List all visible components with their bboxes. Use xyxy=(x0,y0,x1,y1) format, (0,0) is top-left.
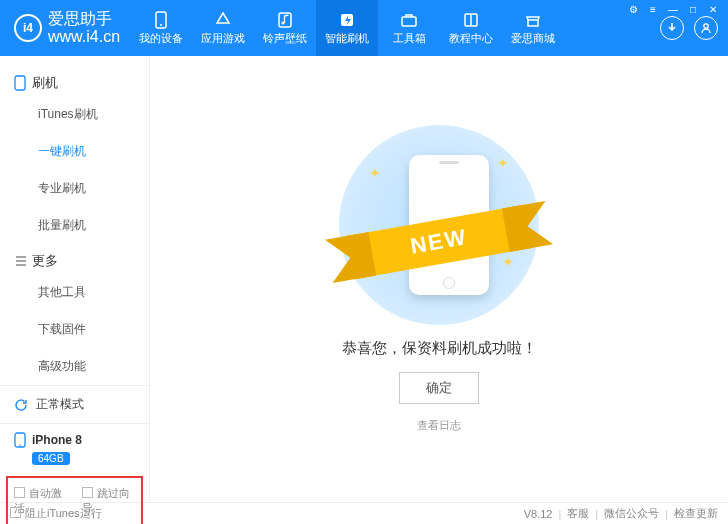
sidebar-group: 刷机 xyxy=(0,66,149,96)
device-name: iPhone 8 xyxy=(32,433,82,447)
store-icon xyxy=(524,11,542,29)
svg-point-1 xyxy=(160,24,162,26)
phone-icon xyxy=(14,432,26,448)
view-log-link[interactable]: 查看日志 xyxy=(417,418,461,433)
book-icon xyxy=(462,11,480,29)
nav-label: 我的设备 xyxy=(139,31,183,46)
wechat-link[interactable]: 微信公众号 xyxy=(604,506,659,521)
sidebar-item[interactable]: 下载固件 xyxy=(0,311,149,348)
support-link[interactable]: 客服 xyxy=(567,506,589,521)
logo-icon: i4 xyxy=(14,14,42,42)
sidebar-item[interactable]: iTunes刷机 xyxy=(0,96,149,133)
nav-label: 智能刷机 xyxy=(325,31,369,46)
user-icon[interactable] xyxy=(694,16,718,40)
minimize-icon[interactable]: ― xyxy=(666,2,680,16)
sidebar-item[interactable]: 专业刷机 xyxy=(0,170,149,207)
version-label: V8.12 xyxy=(524,508,553,520)
svg-point-10 xyxy=(19,444,21,446)
nav-label: 爱思商城 xyxy=(511,31,555,46)
success-message: 恭喜您，保资料刷机成功啦！ xyxy=(342,339,537,358)
toolbox-icon xyxy=(400,11,418,29)
sidebar: 刷机iTunes刷机一键刷机专业刷机批量刷机更多其他工具下载固件高级功能 正常模… xyxy=(0,56,150,502)
nav-store[interactable]: 爱思商城 xyxy=(502,0,564,56)
main-panel: ✦ ✦ ✦ ✦ NEW 恭喜您，保资料刷机成功啦！ 确定 查看日志 xyxy=(150,56,728,502)
sidebar-group: 更多 xyxy=(0,244,149,274)
mode-label: 正常模式 xyxy=(36,396,84,413)
nav-label: 铃声壁纸 xyxy=(263,31,307,46)
svg-rect-8 xyxy=(15,76,25,90)
brand-name: 爱思助手 xyxy=(48,10,120,28)
nav-device[interactable]: 我的设备 xyxy=(130,0,192,56)
music-icon xyxy=(276,11,294,29)
mode-row[interactable]: 正常模式 xyxy=(0,385,149,423)
nav-book[interactable]: 教程中心 xyxy=(440,0,502,56)
nav-apps[interactable]: 应用游戏 xyxy=(192,0,254,56)
ok-button[interactable]: 确定 xyxy=(399,372,479,404)
download-icon[interactable] xyxy=(660,16,684,40)
sidebar-item[interactable]: 高级功能 xyxy=(0,348,149,385)
maximize-icon[interactable]: □ xyxy=(686,2,700,16)
brand: i4 爱思助手 www.i4.cn xyxy=(0,10,130,45)
update-link[interactable]: 检查更新 xyxy=(674,506,718,521)
success-illustration: ✦ ✦ ✦ ✦ NEW xyxy=(339,125,539,325)
nav-label: 教程中心 xyxy=(449,31,493,46)
nav-label: 应用游戏 xyxy=(201,31,245,46)
storage-badge: 64GB xyxy=(32,452,70,465)
block-itunes-checkbox[interactable]: 阻止iTunes运行 xyxy=(10,506,102,521)
close-icon[interactable]: ✕ xyxy=(706,2,720,16)
flash-icon xyxy=(14,75,26,91)
svg-rect-5 xyxy=(402,17,416,26)
settings-icon[interactable]: ⚙ xyxy=(626,2,640,16)
more-icon xyxy=(14,253,26,269)
refresh-icon xyxy=(14,398,28,412)
menu-icon[interactable]: ≡ xyxy=(646,2,660,16)
svg-point-7 xyxy=(704,24,708,28)
nav-label: 工具箱 xyxy=(393,31,426,46)
brand-url: www.i4.cn xyxy=(48,28,120,46)
flash-icon xyxy=(338,11,356,29)
nav-flash[interactable]: 智能刷机 xyxy=(316,0,378,56)
apps-icon xyxy=(214,11,232,29)
nav-music[interactable]: 铃声壁纸 xyxy=(254,0,316,56)
sidebar-item[interactable]: 一键刷机 xyxy=(0,133,149,170)
nav-toolbox[interactable]: 工具箱 xyxy=(378,0,440,56)
device-icon xyxy=(152,11,170,29)
sidebar-item[interactable]: 批量刷机 xyxy=(0,207,149,244)
sidebar-item[interactable]: 其他工具 xyxy=(0,274,149,311)
header: i4 爱思助手 www.i4.cn 我的设备应用游戏铃声壁纸智能刷机工具箱教程中… xyxy=(0,0,728,56)
device-row[interactable]: iPhone 8 64GB xyxy=(0,423,149,476)
